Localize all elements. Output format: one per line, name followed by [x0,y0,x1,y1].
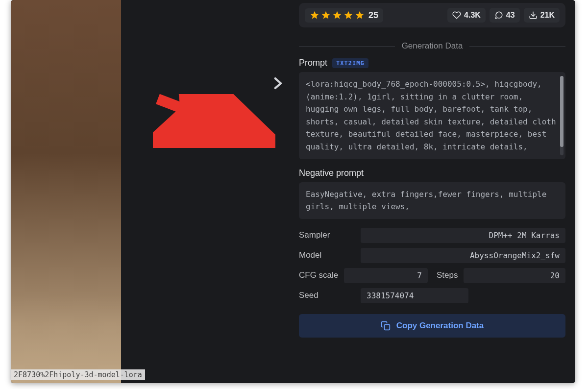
comments-count: 43 [506,11,515,20]
heart-icon [452,11,461,20]
comment-icon [494,11,503,20]
svg-rect-2 [384,324,390,330]
url-overlay: 2F8730%2Fhipoly-3d-model-lora [11,369,145,380]
prompt-text[interactable]: <lora:hiqcg_body_768_epoch-000005:0.5>, … [299,72,565,159]
annotation-arrow [153,94,275,148]
steps-value[interactable]: 20 [464,268,565,283]
app-window: 2F8730%2Fhipoly-3d-model-lora [11,0,575,383]
prompt-scrollbar[interactable] [560,76,564,155]
model-label: Model [299,250,353,260]
generation-divider-label: Generation Data [402,41,463,51]
star-icon [343,10,353,20]
details-panel: 25 4.3K 43 21K Generation Data [294,0,575,383]
downloads-badge[interactable]: 21K [524,8,560,23]
star-icon [332,10,342,20]
chevron-right-icon [269,75,286,92]
seed-row: Seed 3381574074 [299,288,565,303]
next-image-button[interactable] [268,73,287,93]
prompt-header: Prompt TXT2IMG [299,58,565,68]
image-viewer-pane: 2F8730%2Fhipoly-3d-model-lora [11,0,294,383]
svg-line-0 [158,99,261,138]
star-icon [310,10,319,20]
stats-bar: 25 4.3K 43 21K [299,3,565,27]
copy-button-label: Copy Generation Data [396,321,484,331]
copy-generation-button[interactable]: Copy Generation Data [299,314,565,338]
sampler-row: Sampler DPM++ 2M Karras [299,228,565,243]
cfg-value[interactable]: 7 [344,268,428,283]
model-value[interactable]: AbyssOrangeMix2_sfw [361,248,565,263]
likes-count: 4.3K [464,11,481,20]
negative-prompt-label: Negative prompt [299,168,565,178]
sampler-value[interactable]: DPM++ 2M Karras [361,228,565,243]
seed-value[interactable]: 3381574074 [361,288,468,303]
prompt-label: Prompt [299,58,327,68]
rating-count: 25 [368,10,378,21]
star-icon [321,10,331,20]
prompt-box-wrap: <lora:hiqcg_body_768_epoch-000005:0.5>, … [299,72,565,159]
generation-params: Sampler DPM++ 2M Karras Model AbyssOrang… [299,228,565,303]
scrollbar-thumb[interactable] [560,76,564,147]
comments-badge[interactable]: 43 [490,8,520,23]
downloads-count: 21K [540,11,555,20]
seed-label: Seed [299,291,353,300]
model-row: Model AbyssOrangeMix2_sfw [299,248,565,263]
star-group [310,10,365,20]
cfg-label: CFG scale [299,270,338,280]
likes-badge[interactable]: 4.3K [447,8,486,23]
star-icon [355,10,365,20]
generation-divider: Generation Data [299,41,565,51]
prompt-type-tag: TXT2IMG [332,58,368,68]
download-icon [529,11,538,20]
negative-prompt-text[interactable]: EasyNegative, extra fingers,fewer finger… [299,182,565,219]
cfg-steps-row: CFG scale 7 Steps 20 [299,268,565,283]
rating-widget[interactable]: 25 [305,8,383,23]
generated-image[interactable] [11,0,121,383]
stat-badges: 4.3K 43 21K [447,8,560,23]
copy-icon [381,321,391,331]
sampler-label: Sampler [299,230,353,240]
steps-label: Steps [437,270,458,280]
